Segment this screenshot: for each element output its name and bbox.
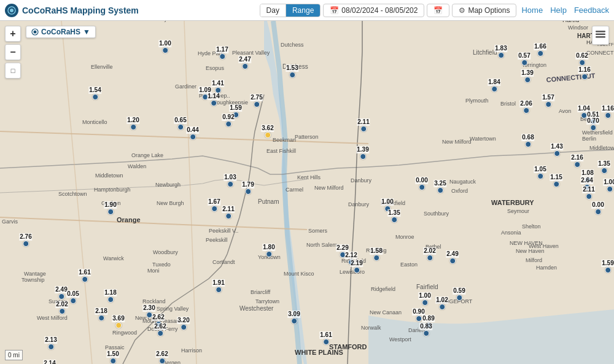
help-link[interactable]: Help xyxy=(550,6,567,15)
svg-text:Spring Valley: Spring Valley xyxy=(157,306,189,312)
map-options-label: Map Options xyxy=(468,6,510,15)
map-container[interactable]: Dutchess Litchfield Middletown Orange Pu… xyxy=(0,21,614,364)
svg-text:Yorktown: Yorktown xyxy=(258,254,281,260)
svg-text:Tuxedo: Tuxedo xyxy=(152,261,171,268)
logo-icon xyxy=(7,6,16,15)
svg-point-111 xyxy=(34,31,37,34)
svg-text:BRIDGEPORT: BRIDGEPORT xyxy=(436,298,473,304)
home-link[interactable]: Home xyxy=(521,6,543,15)
calendar-icon: 📅 xyxy=(330,6,339,15)
svg-text:Warwick: Warwick xyxy=(103,255,124,261)
svg-text:Monticello: Monticello xyxy=(82,119,107,125)
svg-text:Goshen: Goshen xyxy=(101,200,121,206)
day-range-toggle: Day Range xyxy=(260,4,321,17)
svg-text:Danbury: Danbury xyxy=(348,201,370,207)
svg-rect-112 xyxy=(596,31,605,33)
scale-bar: 0 mi xyxy=(5,350,23,360)
svg-text:CONNECTICUT: CONNECTICUT xyxy=(586,50,614,56)
svg-text:Putnam: Putnam xyxy=(258,198,279,205)
svg-text:Scotchtown: Scotchtown xyxy=(58,191,87,197)
svg-text:STAMFORD: STAMFORD xyxy=(329,343,367,350)
map-options-button[interactable]: ⚙ Map Options xyxy=(452,4,516,17)
svg-text:Poughkeep..: Poughkeep.. xyxy=(199,93,230,99)
svg-text:Rockland: Rockland xyxy=(142,298,166,304)
svg-text:New Haven: New Haven xyxy=(516,248,545,254)
svg-text:Briarcliff: Briarcliff xyxy=(251,289,271,295)
svg-text:Redding: Redding xyxy=(366,247,387,254)
svg-text:Hamptonburgh: Hamptonburgh xyxy=(94,187,131,193)
svg-text:Hartfd: Hartfd xyxy=(562,21,579,23)
svg-text:Moni: Moni xyxy=(147,268,160,274)
svg-text:Sussex: Sussex xyxy=(49,298,67,304)
svg-text:Poughkeepsie: Poughkeepsie xyxy=(213,99,248,106)
svg-text:Kent Hills: Kent Hills xyxy=(297,174,321,180)
svg-text:Cortlandt: Cortlandt xyxy=(212,259,235,265)
svg-text:Harrison: Harrison xyxy=(181,347,202,354)
svg-text:Orange Lake: Orange Lake xyxy=(131,152,163,158)
svg-text:Ansonia: Ansonia xyxy=(501,230,521,236)
layers-icon xyxy=(594,28,607,41)
cocorahs-layer-label[interactable]: CoCoRaHS ▼ xyxy=(26,26,96,38)
svg-text:Dutchess: Dutchess xyxy=(282,63,308,70)
svg-text:Hyde Park: Hyde Park xyxy=(198,50,224,56)
svg-text:Lewisboro: Lewisboro xyxy=(340,269,365,275)
svg-text:Southbury: Southbury xyxy=(424,211,449,217)
svg-text:Ridgefield: Ridgefield xyxy=(371,286,395,292)
svg-rect-114 xyxy=(596,36,605,38)
svg-text:North Salem: North Salem xyxy=(306,242,337,248)
svg-text:New City: New City xyxy=(145,21,168,22)
svg-text:Carmel: Carmel xyxy=(286,187,303,193)
svg-text:Easton: Easton xyxy=(400,261,418,268)
svg-rect-2 xyxy=(0,21,614,364)
calendar-button[interactable]: 📅 xyxy=(427,4,449,17)
svg-text:Somers: Somers xyxy=(308,228,328,234)
svg-text:Dobbs Ferry: Dobbs Ferry xyxy=(147,326,178,332)
svg-text:New Milford: New Milford xyxy=(314,185,344,191)
svg-text:Bristol: Bristol xyxy=(500,101,516,107)
svg-text:Passaic: Passaic xyxy=(105,344,125,350)
svg-text:Danbury: Danbury xyxy=(351,177,372,184)
svg-text:Middletown: Middletown xyxy=(95,172,123,179)
nav-links: Home Help Feedback xyxy=(521,6,609,15)
svg-text:Peekskill: Peekskill xyxy=(206,237,228,243)
svg-text:Woodbury: Woodbury xyxy=(153,249,178,255)
zoom-controls: + − □ xyxy=(5,26,21,79)
feedback-link[interactable]: Feedback xyxy=(574,6,609,15)
svg-text:Wethersfield: Wethersfield xyxy=(582,130,613,136)
svg-text:East Fishkill: East Fishkill xyxy=(266,148,296,154)
zoom-out-button[interactable]: − xyxy=(5,44,21,60)
svg-text:Newburgh: Newburgh xyxy=(155,182,181,188)
svg-text:New Burgh: New Burgh xyxy=(157,200,184,206)
layer-icon xyxy=(31,28,39,36)
svg-text:Berlin: Berlin xyxy=(582,136,596,142)
svg-text:Middletown: Middletown xyxy=(589,145,614,151)
range-button[interactable]: Range xyxy=(286,4,320,17)
day-button[interactable]: Day xyxy=(260,4,286,17)
extent-button[interactable]: □ xyxy=(5,63,21,79)
svg-text:Gardiner: Gardiner xyxy=(175,83,196,90)
cocorahs-label-text: CoCoRaHS xyxy=(41,28,80,36)
chevron-down-icon: ▼ xyxy=(83,28,90,36)
svg-text:Avon: Avon xyxy=(559,108,571,114)
svg-point-1 xyxy=(10,9,14,12)
svg-text:Oxford: Oxford xyxy=(451,188,468,194)
date-range-picker[interactable]: 📅 08/02/2024 - 08/05/202 xyxy=(323,4,424,17)
zoom-in-button[interactable]: + xyxy=(5,26,21,42)
layer-stack-button[interactable] xyxy=(592,26,609,45)
svg-text:Shelton: Shelton xyxy=(522,223,541,230)
svg-text:Hamden: Hamden xyxy=(536,265,557,271)
scale-label: 0 mi xyxy=(8,352,20,358)
svg-text:Fairfield: Fairfield xyxy=(416,284,438,290)
svg-text:Walden: Walden xyxy=(128,163,146,169)
svg-text:Plymouth: Plymouth xyxy=(465,98,489,104)
svg-text:Westchester: Westchester xyxy=(239,305,274,312)
svg-text:Ellenville: Ellenville xyxy=(91,64,113,70)
app-title-text: CoCoRaHS Mapping System xyxy=(22,6,139,15)
svg-text:Torrington: Torrington xyxy=(522,62,546,68)
app-logo xyxy=(5,4,18,17)
app-title: CoCoRaHS Mapping System xyxy=(5,4,139,17)
svg-text:Peekskill V..: Peekskill V.. xyxy=(209,228,238,234)
calendar2-icon: 📅 xyxy=(433,6,443,15)
svg-text:Orange: Orange xyxy=(117,216,141,223)
header-controls: Day Range 📅 08/02/2024 - 08/05/202 📅 ⚙ M… xyxy=(260,4,517,17)
